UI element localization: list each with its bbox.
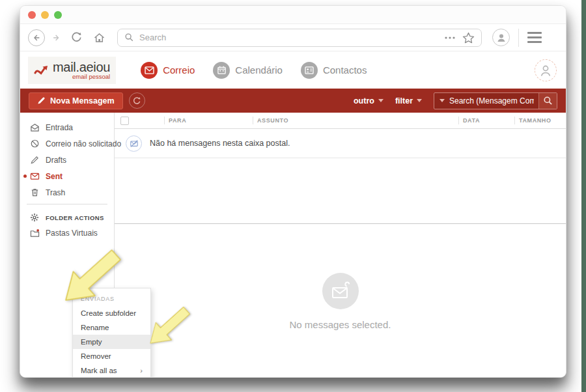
folder-label: Correio não solicitado <box>46 139 121 148</box>
profile-icon <box>495 32 507 44</box>
browser-search-bar[interactable] <box>117 29 482 47</box>
reload-button[interactable] <box>70 31 83 44</box>
inbox-icon <box>30 123 40 132</box>
compose-label: Nova Mensagem <box>50 96 115 105</box>
empty-mailbox-text: Não há mensagens nesta caixa postal. <box>150 139 290 148</box>
select-all-checkbox[interactable] <box>120 117 129 125</box>
mail-icon <box>141 62 158 79</box>
message-list-pane: PARA ASSUNTO DATA TAMANHO Não há mensage… <box>115 113 566 378</box>
spam-icon <box>30 139 40 148</box>
column-assunto[interactable]: ASSUNTO <box>253 117 458 124</box>
virtual-folder-icon <box>30 229 40 238</box>
browser-search-input[interactable] <box>139 33 439 42</box>
menu-item-mark-all-as[interactable]: Mark all as › <box>73 363 150 378</box>
bookmark-star-icon[interactable] <box>462 32 475 44</box>
pencil-icon <box>37 96 46 105</box>
unread-bullet <box>23 175 27 178</box>
column-tamanho[interactable]: TAMANHO <box>515 117 566 124</box>
sidebar-item-pastas-virtuais[interactable]: Pastas Virtuais <box>20 225 114 241</box>
folder-label: Sent <box>46 172 63 181</box>
column-data[interactable]: DATA <box>459 117 514 124</box>
mail-search-input[interactable] <box>449 96 534 105</box>
folder-label: Pastas Virtuais <box>46 229 98 238</box>
sent-icon <box>30 172 40 180</box>
forward-button[interactable] <box>51 33 61 42</box>
mail-content: Entrada Correio não solicitado Drafts <box>20 113 566 378</box>
app-tabs: Correio Calendário Contactos <box>141 62 367 79</box>
calendar-icon <box>213 62 230 79</box>
sidebar-item-trash[interactable]: Trash <box>20 184 114 201</box>
tab-correio[interactable]: Correio <box>141 62 195 79</box>
app-header: mail.aeiou email pessoal Correio Calendá… <box>20 51 566 89</box>
magnifier-icon <box>543 96 553 105</box>
home-button[interactable] <box>93 32 105 44</box>
mail-search-bar[interactable] <box>434 92 557 109</box>
preview-pane: No messages selected. <box>115 223 566 378</box>
mail-toolbar: Nova Mensagem outro filter <box>20 89 566 113</box>
search-scope-dropdown-icon[interactable] <box>440 99 445 102</box>
contacts-icon <box>301 62 318 79</box>
empty-mailbox-notice: Não há mensagens nesta caixa postal. <box>115 129 566 158</box>
column-para[interactable]: PARA <box>165 117 253 124</box>
drafts-pencil-icon <box>30 155 40 165</box>
folder-label: Entrada <box>46 123 73 132</box>
back-button[interactable] <box>28 29 45 46</box>
reload-icon <box>70 31 83 44</box>
refresh-icon <box>132 96 141 105</box>
hamburger-icon <box>527 32 542 34</box>
browser-menu-button[interactable] <box>527 32 542 43</box>
chevron-down-icon <box>417 99 422 102</box>
outro-dropdown[interactable]: outro <box>354 96 384 105</box>
tab-label: Calendário <box>235 64 283 76</box>
outro-label: outro <box>354 96 374 105</box>
back-arrow-icon <box>32 33 41 42</box>
chevron-down-icon <box>378 99 384 102</box>
sidebar-item-drafts[interactable]: Drafts <box>20 152 114 168</box>
maximize-window-button[interactable] <box>54 11 62 19</box>
refresh-button[interactable] <box>129 92 145 109</box>
tab-label: Correio <box>163 64 195 76</box>
filter-dropdown[interactable]: filter <box>395 96 422 105</box>
tab-label: Contactos <box>323 64 367 76</box>
gear-icon <box>30 213 40 222</box>
logo-arrow-icon <box>34 64 49 76</box>
compose-button[interactable]: Nova Mensagem <box>29 92 123 109</box>
folder-label: Trash <box>46 188 65 197</box>
message-list-header: PARA ASSUNTO DATA TAMANHO <box>115 113 566 129</box>
tab-calendario[interactable]: Calendário <box>213 62 283 79</box>
more-options-icon[interactable] <box>444 36 456 40</box>
browser-window: mail.aeiou email pessoal Correio Calendá… <box>20 5 566 378</box>
browser-navbar <box>20 24 566 51</box>
sidebar-item-entrada[interactable]: Entrada <box>20 119 114 135</box>
search-icon <box>124 33 134 42</box>
mail-aeiou-logo[interactable]: mail.aeiou email pessoal <box>28 57 116 84</box>
user-icon <box>538 63 553 77</box>
menu-item-empty[interactable]: Empty <box>73 335 150 349</box>
navbar-divider <box>518 29 519 47</box>
section-label: FOLDER ACTIONS <box>46 214 104 221</box>
browser-profile-button[interactable] <box>492 29 510 46</box>
sidebar-item-spam[interactable]: Correio não solicitado <box>20 135 114 152</box>
no-message-envelope-icon <box>322 273 359 309</box>
logo-subtitle: email pessoal <box>72 73 110 80</box>
sidebar-divider <box>27 204 107 204</box>
sidebar-item-sent[interactable]: Sent <box>20 168 114 184</box>
empty-mailbox-icon <box>126 135 142 152</box>
submenu-arrow-icon: › <box>140 363 143 378</box>
menu-item-remover[interactable]: Remover <box>73 349 150 363</box>
folder-actions-header[interactable]: FOLDER ACTIONS <box>20 210 114 225</box>
background-strip <box>581 0 586 392</box>
mail-search-button[interactable] <box>538 93 557 109</box>
menu-item-rename[interactable]: Rename <box>73 320 150 335</box>
no-message-text: No messages selected. <box>290 319 391 330</box>
forward-arrow-icon <box>51 33 61 42</box>
close-window-button[interactable] <box>28 11 36 19</box>
filter-label: filter <box>395 96 413 105</box>
minimize-window-button[interactable] <box>41 11 49 19</box>
message-list-blank-area <box>115 158 566 223</box>
window-titlebar <box>20 6 566 24</box>
home-icon <box>93 32 105 44</box>
folder-label: Drafts <box>46 156 66 165</box>
tab-contactos[interactable]: Contactos <box>301 62 367 79</box>
account-avatar[interactable] <box>535 59 557 81</box>
